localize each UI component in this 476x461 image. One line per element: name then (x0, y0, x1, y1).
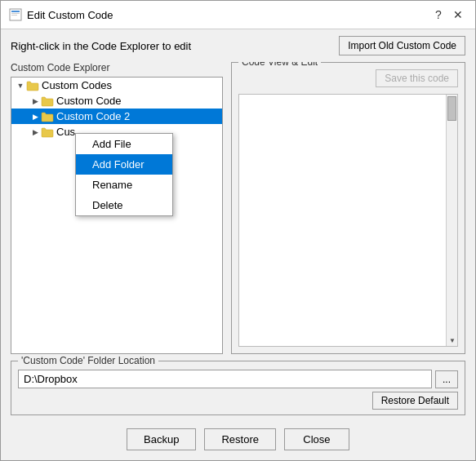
title-bar-buttons: ? ✕ (429, 6, 467, 24)
tree-label-custom-code-2: Custom Code 2 (56, 110, 130, 122)
explorer-label: Custom Code Explorer (11, 62, 223, 73)
code-editor[interactable]: ▲ ▼ (238, 94, 458, 347)
code-view-label: Code View & Edit (238, 62, 321, 68)
import-old-custom-code-button[interactable]: Import Old Custom Code (339, 36, 465, 55)
title-bar-left: Edit Custom Code (9, 8, 113, 21)
dialog-icon (9, 8, 22, 21)
folder-path-input[interactable] (18, 370, 432, 388)
browse-button[interactable]: ... (435, 370, 458, 388)
toolbar-row: Right-click in the Code Explorer to edit… (1, 29, 475, 62)
left-panel: Custom Code Explorer ▼ Custom Codes ▶ (11, 62, 223, 354)
expand-icon-cus: ▶ (29, 126, 41, 138)
context-menu-delete[interactable]: Delete (76, 195, 172, 215)
tree-container[interactable]: ▼ Custom Codes ▶ Custom Code (11, 77, 223, 354)
main-content: Custom Code Explorer ▼ Custom Codes ▶ (1, 62, 475, 354)
close-title-button[interactable]: ✕ (449, 6, 467, 24)
right-panel: Code View & Edit Save this code ▲ ▼ (231, 62, 465, 354)
context-menu-add-file[interactable]: Add File (76, 134, 172, 154)
expand-icon-custom-code-2: ▶ (29, 111, 41, 122)
svg-rect-1 (11, 11, 20, 12)
folder-icon-custom-code-2 (41, 111, 54, 122)
edit-custom-code-dialog: Edit Custom Code ? ✕ Right-click in the … (0, 0, 476, 461)
tree-label-custom-code: Custom Code (56, 95, 121, 107)
tree-item-root[interactable]: ▼ Custom Codes (11, 78, 222, 93)
folder-icon-custom-code (41, 95, 54, 107)
help-button[interactable]: ? (429, 6, 447, 24)
restore-default-row: Restore Default (18, 392, 458, 410)
expand-icon-root: ▼ (15, 80, 26, 91)
scroll-thumb[interactable] (447, 96, 456, 121)
folder-location-section: 'Custom Code' Folder Location ... Restor… (1, 354, 475, 422)
svg-rect-3 (11, 15, 17, 16)
context-menu-rename[interactable]: Rename (76, 175, 172, 195)
code-view-group: Code View & Edit Save this code ▲ ▼ (231, 62, 465, 354)
restore-button[interactable]: Restore (204, 428, 276, 450)
title-bar: Edit Custom Code ? ✕ (1, 1, 475, 29)
close-button[interactable]: Close (284, 428, 349, 450)
tree-item-custom-code-2[interactable]: ▶ Custom Code 2 (11, 109, 222, 124)
context-menu-add-folder[interactable]: Add Folder (76, 154, 172, 175)
context-menu: Add File Add Folder Rename Delete (75, 133, 173, 216)
bottom-buttons: Backup Restore Close (1, 422, 475, 460)
folder-location-row: ... (18, 370, 458, 388)
scroll-down-arrow[interactable]: ▼ (447, 335, 458, 346)
tree-label-root: Custom Codes (42, 79, 112, 91)
dialog-title: Edit Custom Code (27, 9, 113, 21)
save-code-button[interactable]: Save this code (376, 69, 458, 87)
restore-default-button[interactable]: Restore Default (372, 392, 458, 410)
expand-icon-custom-code: ▶ (29, 95, 41, 107)
folder-icon-root (26, 80, 39, 91)
folder-location-label: 'Custom Code' Folder Location (18, 355, 158, 366)
folder-icon-cus (41, 126, 54, 138)
backup-button[interactable]: Backup (127, 428, 196, 450)
instruction-text: Right-click in the Code Explorer to edit (11, 40, 191, 52)
tree-item-custom-code[interactable]: ▶ Custom Code (11, 93, 222, 109)
scrollbar-vertical[interactable]: ▲ ▼ (446, 95, 457, 346)
folder-location-box: 'Custom Code' Folder Location ... Restor… (11, 361, 465, 415)
svg-rect-2 (11, 13, 20, 14)
